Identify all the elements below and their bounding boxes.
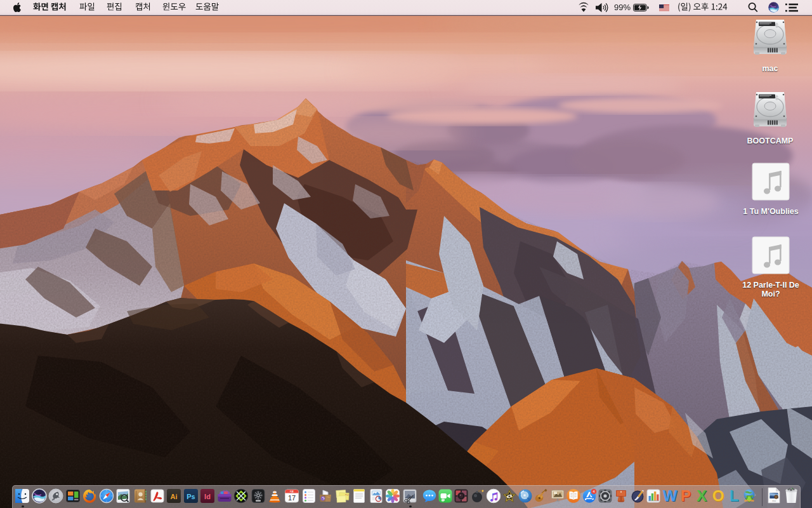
svg-text:X: X — [697, 488, 707, 504]
svg-text:Ai: Ai — [171, 493, 178, 500]
svg-text:W: W — [663, 488, 678, 504]
svg-text:Ps: Ps — [187, 493, 195, 500]
svg-text:P: P — [681, 488, 691, 504]
svg-text:O: O — [712, 488, 724, 504]
svg-text:17: 17 — [288, 494, 296, 502]
svg-text:Id: Id — [204, 493, 211, 500]
svg-text:6월: 6월 — [290, 490, 294, 493]
svg-text:Plan: Plan — [345, 493, 350, 496]
svg-text:4: 4 — [593, 490, 594, 493]
svg-text:L: L — [730, 488, 739, 504]
svg-text:.mov: .mov — [772, 500, 776, 502]
